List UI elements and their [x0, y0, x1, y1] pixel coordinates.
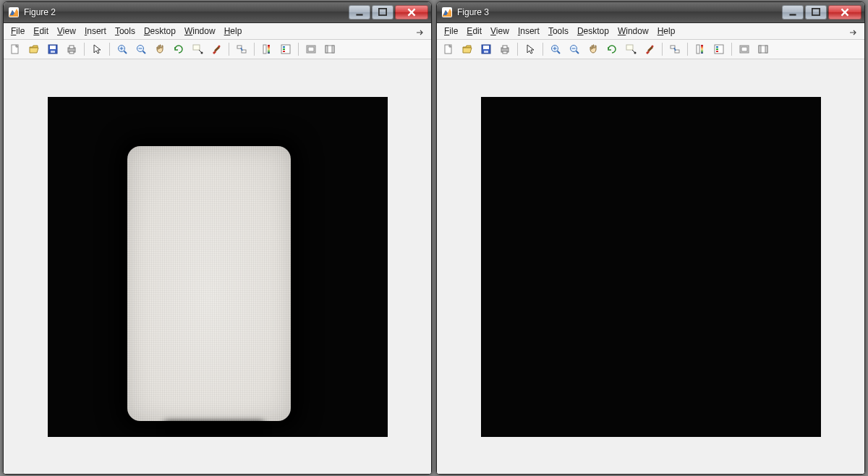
colorbar-icon[interactable]: [258, 41, 276, 58]
menu-label: Help: [658, 26, 676, 36]
figure-client-area: [4, 59, 431, 474]
save-icon[interactable]: [477, 41, 495, 58]
titlebar[interactable]: Figure 2: [4, 2, 431, 23]
menu-help[interactable]: Help: [653, 25, 680, 38]
link-plot-icon[interactable]: [233, 41, 250, 58]
dock-arrow-icon[interactable]: [844, 25, 861, 37]
window-title: Figure 2: [24, 7, 347, 17]
menu-insert[interactable]: Insert: [514, 25, 544, 38]
menu-label: Tools: [548, 26, 569, 36]
menu-label: View: [490, 26, 509, 36]
menu-label: Window: [184, 26, 216, 36]
menu-window[interactable]: Window: [180, 25, 220, 38]
toolbar: [4, 40, 431, 59]
minimize-icon[interactable]: [782, 5, 804, 20]
pointer-icon[interactable]: [88, 41, 106, 58]
menu-window[interactable]: Window: [613, 25, 653, 38]
toolbar-separator: [298, 43, 299, 56]
zoom-out-icon[interactable]: [566, 41, 583, 58]
pointer-icon[interactable]: [522, 41, 539, 58]
brush-icon[interactable]: [208, 41, 225, 58]
print-icon[interactable]: [496, 41, 514, 58]
menu-label: Edit: [467, 26, 482, 36]
pan-hand-icon[interactable]: [584, 41, 602, 58]
toolbar-separator: [542, 43, 543, 56]
dock-arrow-icon[interactable]: [411, 25, 428, 37]
window-title: Figure 3: [457, 7, 780, 17]
colorbar-icon[interactable]: [692, 41, 709, 58]
menubar: FileEditViewInsertToolsDesktopWindowHelp: [437, 23, 864, 40]
toolbar-separator: [662, 43, 663, 56]
toolbar-separator: [109, 43, 110, 56]
menu-label: File: [11, 26, 25, 36]
rotate-3d-icon[interactable]: [170, 41, 187, 58]
print-icon[interactable]: [63, 41, 80, 58]
legend-icon[interactable]: [277, 41, 294, 58]
menu-insert[interactable]: Insert: [80, 25, 111, 38]
toolbar-separator: [229, 43, 229, 56]
hide-plot-tools-icon[interactable]: [302, 41, 320, 58]
menu-file[interactable]: File: [7, 25, 29, 38]
menu-label: Tools: [115, 26, 135, 36]
menu-label: File: [444, 26, 458, 36]
brush-icon[interactable]: [641, 41, 658, 58]
zoom-in-icon[interactable]: [114, 41, 131, 58]
minimize-icon[interactable]: [349, 5, 370, 20]
toolbar-separator: [517, 43, 518, 56]
menu-label: Desktop: [144, 26, 176, 36]
menu-tools[interactable]: Tools: [544, 25, 573, 38]
menu-file[interactable]: File: [440, 25, 462, 38]
menu-label: Insert: [518, 26, 540, 36]
zoom-in-icon[interactable]: [547, 41, 564, 58]
open-icon[interactable]: [25, 41, 43, 58]
menu-label: Desktop: [577, 26, 609, 36]
menu-label: Help: [224, 26, 242, 36]
maximize-icon[interactable]: [372, 5, 393, 20]
data-cursor-icon[interactable]: [622, 41, 639, 58]
save-icon[interactable]: [44, 41, 61, 58]
titlebar[interactable]: Figure 3: [437, 2, 864, 23]
toolbar-separator: [687, 43, 688, 56]
menu-edit[interactable]: Edit: [462, 25, 486, 38]
hide-plot-tools-icon[interactable]: [736, 41, 753, 58]
data-cursor-icon[interactable]: [189, 41, 206, 58]
image-shadow-strip: [163, 421, 265, 437]
toolbar: [437, 40, 864, 59]
close-icon[interactable]: [395, 5, 428, 20]
new-figure-icon[interactable]: [440, 41, 457, 58]
menu-tools[interactable]: Tools: [111, 25, 140, 38]
figure-client-area: [437, 59, 864, 474]
menu-help[interactable]: Help: [220, 25, 247, 38]
toolbar-separator: [84, 43, 85, 56]
rotate-3d-icon[interactable]: [603, 41, 621, 58]
toolbar-separator: [731, 43, 732, 56]
pan-hand-icon[interactable]: [151, 41, 169, 58]
menu-view[interactable]: View: [486, 25, 514, 38]
zoom-out-icon[interactable]: [132, 41, 150, 58]
figure-window: Figure 3FileEditViewInsertToolsDesktopWi…: [436, 1, 865, 475]
link-plot-icon[interactable]: [666, 41, 684, 58]
menu-label: Window: [618, 26, 649, 36]
show-plot-tools-icon[interactable]: [321, 41, 339, 58]
image-axes[interactable]: [481, 97, 821, 437]
menu-label: Insert: [85, 26, 106, 36]
menu-label: Edit: [33, 26, 48, 36]
matlab-membrane-icon: [8, 7, 20, 18]
image-axes[interactable]: [48, 97, 388, 437]
show-plot-tools-icon[interactable]: [754, 41, 772, 58]
maximize-icon[interactable]: [805, 5, 827, 20]
new-figure-icon[interactable]: [7, 41, 24, 58]
matlab-membrane-icon: [441, 7, 453, 18]
menubar: FileEditViewInsertToolsDesktopWindowHelp: [4, 23, 431, 40]
legend-icon[interactable]: [710, 41, 728, 58]
open-icon[interactable]: [459, 41, 476, 58]
menu-desktop[interactable]: Desktop: [140, 25, 180, 38]
image-bright-region: [127, 146, 291, 421]
menu-view[interactable]: View: [53, 25, 80, 38]
menu-label: View: [57, 26, 76, 36]
close-icon[interactable]: [828, 5, 861, 20]
figure-window: Figure 2FileEditViewInsertToolsDesktopWi…: [3, 1, 432, 475]
toolbar-separator: [254, 43, 255, 56]
menu-edit[interactable]: Edit: [29, 25, 53, 38]
menu-desktop[interactable]: Desktop: [573, 25, 613, 38]
